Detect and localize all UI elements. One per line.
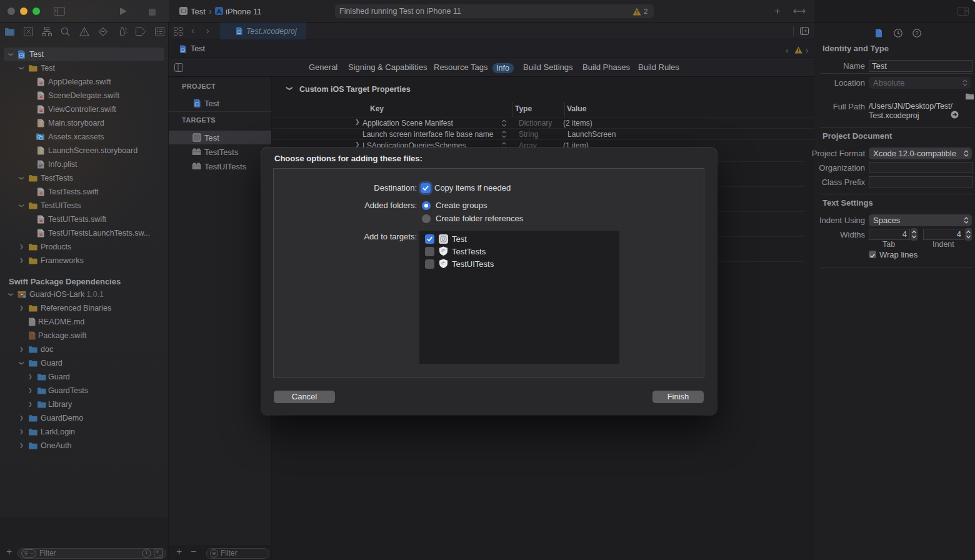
- svg-text:?: ?: [915, 30, 918, 36]
